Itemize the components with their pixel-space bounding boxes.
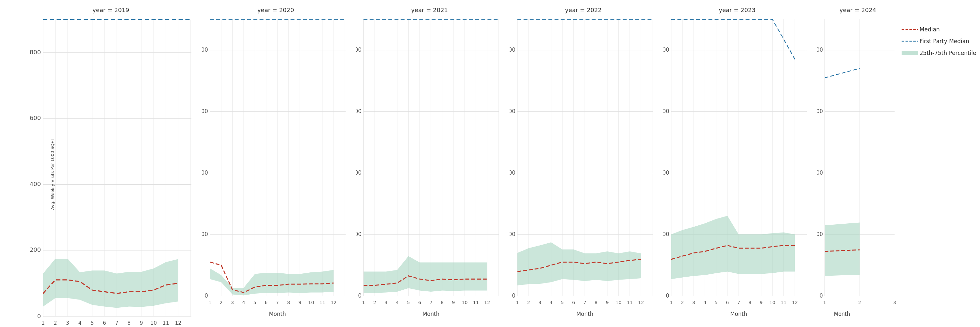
svg-text:3: 3 bbox=[692, 300, 695, 305]
svg-text:Month: Month bbox=[730, 311, 747, 317]
svg-text:1: 1 bbox=[670, 300, 673, 305]
svg-text:4: 4 bbox=[550, 300, 553, 305]
legend-label-median: Median bbox=[920, 26, 940, 33]
svg-text:8: 8 bbox=[287, 300, 290, 305]
svg-text:4: 4 bbox=[242, 300, 245, 305]
svg-text:11: 11 bbox=[319, 300, 325, 305]
svg-text:7: 7 bbox=[584, 300, 586, 305]
svg-text:6: 6 bbox=[572, 300, 575, 305]
svg-text:7: 7 bbox=[115, 320, 118, 326]
panel-2023: year = 2023 0 200 400 600 800 bbox=[657, 6, 811, 324]
svg-text:800: 800 bbox=[663, 46, 669, 53]
svg-text:0: 0 bbox=[666, 292, 669, 299]
svg-text:200: 200 bbox=[663, 231, 669, 237]
svg-rect-78 bbox=[364, 19, 499, 296]
svg-rect-39 bbox=[210, 19, 345, 296]
svg-text:Month: Month bbox=[269, 311, 286, 317]
panel-title-2019: year = 2019 bbox=[26, 6, 196, 13]
panel-title-2020: year = 2020 bbox=[202, 6, 350, 13]
legend-label-percentile: 25th-75th Percentile bbox=[920, 50, 977, 56]
svg-text:5: 5 bbox=[715, 300, 718, 305]
svg-text:5: 5 bbox=[561, 300, 564, 305]
svg-text:11: 11 bbox=[473, 300, 479, 305]
svg-text:600: 600 bbox=[817, 108, 823, 115]
panel-title-2021: year = 2021 bbox=[356, 6, 503, 13]
svg-text:3: 3 bbox=[893, 300, 896, 305]
svg-text:200: 200 bbox=[817, 231, 823, 238]
svg-text:5: 5 bbox=[253, 300, 256, 305]
legend-label-first-party: First Party Median bbox=[920, 38, 969, 45]
svg-text:Month: Month bbox=[423, 311, 440, 317]
chart-svg-2021: 0 200 400 600 800 bbox=[356, 15, 503, 324]
svg-text:200: 200 bbox=[202, 231, 208, 237]
svg-text:10: 10 bbox=[769, 300, 775, 305]
svg-text:600: 600 bbox=[663, 108, 669, 114]
svg-text:2: 2 bbox=[527, 300, 530, 305]
svg-text:6: 6 bbox=[103, 320, 106, 326]
legend-line-median bbox=[902, 27, 920, 32]
svg-text:3: 3 bbox=[385, 300, 387, 305]
svg-text:400: 400 bbox=[356, 169, 362, 176]
chart-svg-2024: 0 200 400 600 800 1 2 Month 3 bbox=[817, 15, 898, 324]
svg-text:600: 600 bbox=[510, 108, 515, 114]
chart-svg-2023: 0 200 400 600 800 bbox=[663, 15, 811, 324]
y-axis-label: Avg. Weekly Visits Per 1000 SQFT bbox=[50, 129, 55, 220]
svg-text:12: 12 bbox=[484, 300, 490, 305]
svg-text:2: 2 bbox=[373, 300, 376, 305]
svg-text:12: 12 bbox=[792, 300, 798, 305]
chart-svg-2020: 0 200 400 600 800 bbox=[202, 15, 350, 324]
svg-text:3: 3 bbox=[231, 300, 234, 305]
chart-svg-2022: 0 200 400 600 800 bbox=[510, 15, 657, 324]
svg-text:8: 8 bbox=[748, 300, 751, 305]
chart-container: year = 2019 Avg. Weekly Visits Per 1000 … bbox=[0, 0, 980, 327]
svg-text:8: 8 bbox=[127, 320, 130, 326]
svg-text:0: 0 bbox=[205, 292, 208, 299]
svg-text:7: 7 bbox=[430, 300, 433, 305]
panel-2024: year = 2024 0 200 400 600 800 bbox=[811, 6, 898, 324]
svg-text:9: 9 bbox=[606, 300, 609, 305]
svg-marker-207 bbox=[825, 223, 860, 276]
svg-text:11: 11 bbox=[781, 300, 787, 305]
panel-2021: year = 2021 0 200 400 600 800 bbox=[349, 6, 503, 324]
svg-text:4: 4 bbox=[704, 300, 706, 305]
svg-text:400: 400 bbox=[663, 169, 669, 176]
svg-text:9: 9 bbox=[760, 300, 763, 305]
svg-text:11: 11 bbox=[163, 320, 169, 326]
svg-text:1: 1 bbox=[516, 300, 519, 305]
svg-text:200: 200 bbox=[510, 231, 515, 237]
svg-text:9: 9 bbox=[140, 320, 143, 326]
svg-text:800: 800 bbox=[356, 46, 362, 53]
svg-text:Month: Month bbox=[834, 311, 850, 317]
svg-marker-180 bbox=[671, 216, 795, 279]
svg-text:8: 8 bbox=[595, 300, 598, 305]
legend-fill-percentile bbox=[902, 50, 920, 56]
svg-text:2: 2 bbox=[681, 300, 684, 305]
svg-text:400: 400 bbox=[202, 169, 208, 176]
svg-text:2: 2 bbox=[858, 300, 861, 305]
panel-title-2023: year = 2023 bbox=[663, 6, 811, 13]
svg-text:4: 4 bbox=[396, 300, 399, 305]
svg-text:800: 800 bbox=[817, 47, 823, 53]
svg-text:Month: Month bbox=[576, 311, 593, 317]
svg-text:1: 1 bbox=[823, 300, 826, 305]
svg-text:10: 10 bbox=[150, 320, 157, 326]
legend-item-percentile: 25th-75th Percentile bbox=[902, 50, 977, 56]
svg-text:10: 10 bbox=[616, 300, 622, 305]
panel-title-2022: year = 2022 bbox=[510, 6, 657, 13]
svg-text:11: 11 bbox=[627, 300, 633, 305]
svg-text:200: 200 bbox=[356, 231, 362, 237]
svg-text:12: 12 bbox=[331, 300, 336, 305]
svg-text:0: 0 bbox=[819, 293, 823, 299]
svg-text:7: 7 bbox=[276, 300, 278, 305]
svg-text:600: 600 bbox=[202, 108, 208, 114]
legend-item-first-party: First Party Median bbox=[902, 38, 977, 45]
svg-text:1: 1 bbox=[362, 300, 365, 305]
svg-text:400: 400 bbox=[510, 169, 515, 176]
svg-text:9: 9 bbox=[298, 300, 301, 305]
svg-text:6: 6 bbox=[418, 300, 422, 305]
svg-marker-142 bbox=[517, 242, 641, 286]
svg-text:12: 12 bbox=[175, 320, 181, 326]
legend-item-median: Median bbox=[902, 26, 977, 33]
panel-2020: year = 2020 0 200 400 600 800 bbox=[196, 6, 350, 324]
svg-text:7: 7 bbox=[737, 300, 740, 305]
